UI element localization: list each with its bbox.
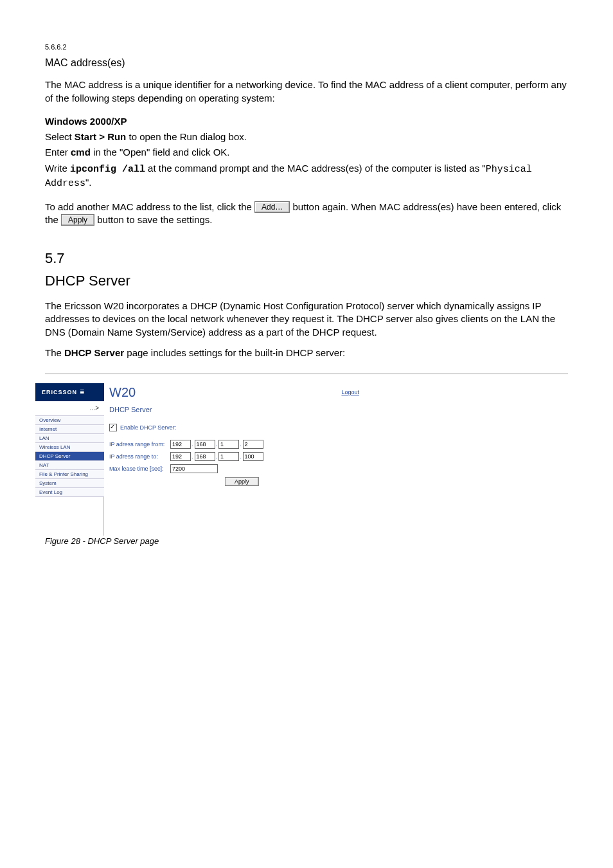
add-more-paragraph: To add another MAC address to the list, … — [45, 201, 568, 227]
ip-to-octet-4[interactable] — [243, 452, 263, 461]
brand-bar: ERICSSON ≣ — [35, 383, 104, 401]
step-2: Enter cmd in the "Open" field and click … — [45, 146, 568, 159]
ip-to-octet-1[interactable] — [170, 452, 191, 461]
embedded-screenshot: ERICSSON ≣ ...> Overview Internet LAN Wi… — [45, 374, 568, 536]
section-title: MAC address(es) — [45, 56, 568, 70]
section-number: 5.6.6.2 — [45, 42, 568, 52]
nav-item-lan[interactable]: LAN — [35, 434, 104, 443]
ip-range-from-label: IP adress range from: — [109, 440, 170, 448]
nav-item-wlan[interactable]: Wireless LAN — [35, 443, 104, 452]
ericsson-bars-icon: ≣ — [80, 388, 84, 396]
os-heading-windows: Windows 2000/XP — [45, 116, 127, 127]
sidebar-nav: Overview Internet LAN Wireless LAN DHCP … — [35, 415, 104, 497]
paragraph: The Ericsson W20 incorporates a DHCP (Dy… — [45, 300, 568, 339]
enable-dhcp-checkbox[interactable] — [109, 424, 117, 431]
nav-item-dhcp-server[interactable]: DHCP Server — [35, 452, 104, 461]
step-3: Write ipconfig /all at the command promp… — [45, 162, 568, 191]
paragraph: The MAC address is a unique identifier f… — [45, 78, 568, 105]
ip-from-octet-2[interactable] — [195, 440, 215, 449]
panel-title: DHCP Server — [109, 405, 369, 415]
nav-item-internet[interactable]: Internet — [35, 425, 104, 434]
nav-item-file-printer-sharing[interactable]: File & Printer Sharing — [35, 470, 104, 479]
brand-label: ERICSSON — [42, 388, 77, 396]
ip-from-octet-3[interactable] — [218, 440, 239, 449]
paragraph: The DHCP Server page includes settings f… — [45, 347, 568, 359]
section-number-major: 5.7 — [45, 249, 568, 268]
step-1: Select Start > Run to open the Run dialo… — [45, 131, 568, 143]
add-button[interactable]: Add… — [254, 201, 290, 213]
figure-caption: Figure 28 - DHCP Server page — [45, 536, 568, 547]
section-title-major: DHCP Server — [45, 271, 568, 291]
ip-from-octet-1[interactable] — [170, 440, 191, 449]
document-body: 5.6.6.2 MAC address(es) The MAC address … — [45, 42, 568, 547]
max-lease-time-input[interactable] — [170, 464, 218, 473]
nav-item-overview[interactable]: Overview — [35, 416, 104, 425]
nav-item-event-log[interactable]: Event Log — [35, 488, 104, 497]
enable-dhcp-label: Enable DHCP Server: — [120, 424, 176, 431]
nav-item-nat[interactable]: NAT — [35, 461, 104, 470]
ip-to-octet-2[interactable] — [195, 452, 215, 461]
max-lease-time-label: Max lease time [sec]: — [109, 465, 170, 473]
model-label: W20 — [109, 384, 136, 401]
nav-item-system[interactable]: System — [35, 479, 104, 488]
breadcrumb: ...> — [35, 401, 104, 415]
logout-link[interactable]: Logout — [341, 388, 359, 396]
apply-button[interactable]: Apply — [225, 477, 259, 486]
ip-to-octet-3[interactable] — [218, 452, 239, 461]
ip-from-octet-4[interactable] — [243, 440, 263, 449]
ip-range-to-label: IP adress range to: — [109, 453, 170, 460]
apply-button-inline[interactable]: Apply — [61, 214, 94, 226]
